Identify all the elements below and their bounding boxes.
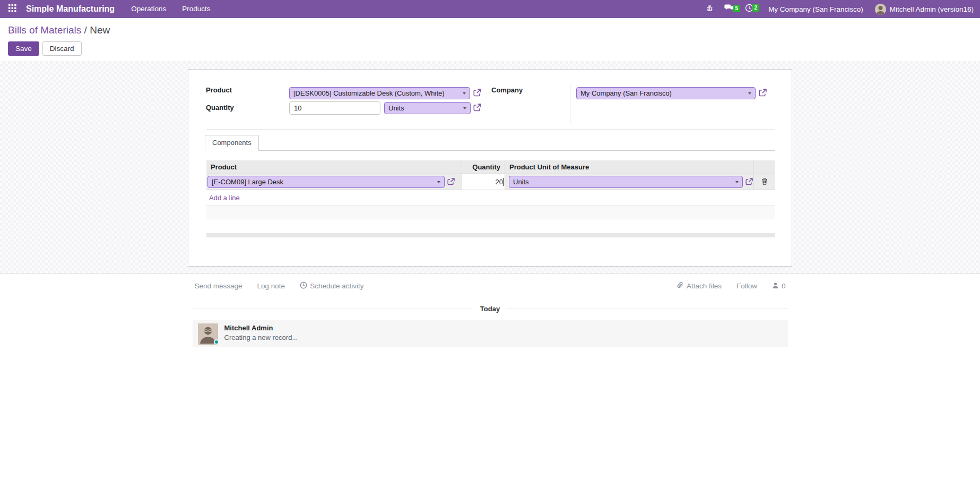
form-column-divider	[570, 84, 570, 124]
tab-components[interactable]: Components	[205, 135, 259, 151]
chevron-down-icon	[748, 92, 751, 95]
date-divider: Today	[193, 305, 788, 313]
chevron-down-icon	[735, 181, 739, 183]
menu-products[interactable]: Products	[174, 0, 218, 18]
row-quantity-value: 20	[496, 178, 503, 186]
product-field[interactable]: [DESK0005] Customizable Desk (Custom, Wh…	[289, 87, 470, 99]
empty-row	[206, 219, 775, 233]
company-internal-link-icon[interactable]	[759, 89, 767, 97]
attach-files-button[interactable]: Attach files	[677, 281, 722, 291]
row-uom-internal-link-icon[interactable]	[745, 178, 753, 186]
row-product-internal-link-icon[interactable]	[447, 178, 455, 186]
breadcrumb-current: New	[90, 24, 110, 36]
control-panel: Bills of Materials / New Save Discard	[0, 18, 980, 61]
chatter: Send message Log note Schedule activity …	[193, 274, 788, 347]
header-quantity[interactable]: Quantity	[462, 160, 505, 174]
schedule-activity-button[interactable]: Schedule activity	[300, 281, 363, 291]
empty-row-stripe	[206, 206, 775, 219]
table-row: [E-COM09] Large Desk 20 Units	[206, 174, 775, 190]
attach-files-label: Attach files	[687, 282, 722, 290]
followers-button[interactable]: 0	[772, 282, 786, 291]
breadcrumb-bills-of-materials[interactable]: Bills of Materials	[8, 24, 81, 36]
components-table: Product Quantity Product Unit of Measure…	[206, 160, 775, 233]
message-body: Creating a new record...	[224, 334, 298, 341]
row-uom-field[interactable]: Units	[509, 176, 743, 188]
debug-button[interactable]	[700, 4, 719, 14]
product-value: [DESK0005] Customizable Desk (Custom, Wh…	[293, 89, 459, 97]
row-uom-value: Units	[513, 178, 732, 186]
systray: 5 2 My Company (San Francisco) Mitchell …	[700, 4, 975, 15]
uom-internal-link-icon[interactable]	[473, 104, 481, 112]
text-cursor	[503, 178, 504, 186]
chevron-down-icon	[437, 181, 440, 183]
user-avatar	[875, 4, 886, 15]
follower-count: 0	[782, 282, 786, 290]
chevron-down-icon	[463, 92, 466, 95]
header-product[interactable]: Product	[206, 160, 462, 174]
row-quantity-cell[interactable]: 20	[462, 174, 505, 190]
apps-menu-button[interactable]	[3, 4, 22, 14]
schedule-activity-label: Schedule activity	[310, 282, 363, 290]
product-label: Product	[206, 86, 232, 94]
person-icon	[772, 282, 779, 291]
header-delete-column	[754, 160, 775, 174]
components-table-header: Product Quantity Product Unit of Measure	[206, 160, 775, 174]
user-name: Mitchell Admin (version16)	[890, 5, 974, 13]
activities-button[interactable]: 2	[740, 4, 759, 14]
discard-button[interactable]: Discard	[42, 41, 82, 56]
top-navbar: Simple Manufacturing Operations Products…	[0, 0, 980, 18]
horizontal-scrollbar[interactable]	[206, 233, 775, 237]
company-field[interactable]: My Company (San Francisco)	[576, 87, 756, 99]
company-switcher[interactable]: My Company (San Francisco)	[759, 5, 871, 13]
uom-field[interactable]: Units	[384, 102, 471, 114]
uom-value: Units	[388, 104, 460, 112]
date-divider-label: Today	[473, 305, 507, 313]
quantity-label: Quantity	[206, 104, 234, 112]
send-message-label: Send message	[195, 282, 242, 290]
product-internal-link-icon[interactable]	[473, 89, 481, 97]
activities-badge: 2	[752, 4, 760, 12]
follow-label: Follow	[736, 282, 757, 290]
menu-operations[interactable]: Operations	[123, 0, 174, 18]
apps-grid-icon	[8, 4, 16, 14]
messages-button[interactable]: 5	[719, 4, 740, 14]
chatter-message: Mitchell Admin Creating a new record...	[193, 320, 788, 347]
row-product-value: [E-COM09] Large Desk	[212, 178, 434, 186]
save-button[interactable]: Save	[8, 41, 39, 56]
delete-row-button[interactable]	[754, 174, 775, 190]
send-message-button[interactable]: Send message	[195, 282, 242, 290]
trash-icon	[761, 177, 768, 187]
company-value: My Company (San Francisco)	[580, 89, 745, 97]
user-menu[interactable]: Mitchell Admin (version16)	[871, 4, 975, 15]
breadcrumb: Bills of Materials / New	[8, 24, 972, 36]
messages-badge: 5	[733, 5, 741, 12]
message-author[interactable]: Mitchell Admin	[224, 324, 298, 332]
chatter-toolbar: Send message Log note Schedule activity …	[193, 281, 788, 291]
breadcrumb-separator: /	[81, 24, 90, 36]
current-app-name[interactable]: Simple Manufacturing	[26, 4, 115, 14]
bug-icon	[706, 4, 714, 14]
form-status-buttons: Save Discard	[8, 41, 972, 56]
notebook-border	[206, 150, 775, 151]
log-note-button[interactable]: Log note	[257, 282, 285, 290]
quantity-input[interactable]	[289, 101, 380, 115]
form-view-background: Product [DESK0005] Customizable Desk (Cu…	[0, 61, 980, 274]
log-note-label: Log note	[257, 282, 285, 290]
form-sheet: Product [DESK0005] Customizable Desk (Cu…	[188, 69, 792, 267]
follow-button[interactable]: Follow	[736, 282, 757, 290]
paperclip-icon	[677, 281, 684, 291]
chevron-down-icon	[463, 107, 466, 109]
online-status-icon	[214, 339, 219, 345]
header-uom[interactable]: Product Unit of Measure	[505, 160, 754, 174]
form-group-separator	[206, 129, 775, 130]
add-a-line-link[interactable]: Add a line	[206, 190, 775, 206]
clock-icon	[300, 281, 307, 291]
row-product-field[interactable]: [E-COM09] Large Desk	[207, 176, 445, 188]
company-label: Company	[491, 86, 523, 94]
